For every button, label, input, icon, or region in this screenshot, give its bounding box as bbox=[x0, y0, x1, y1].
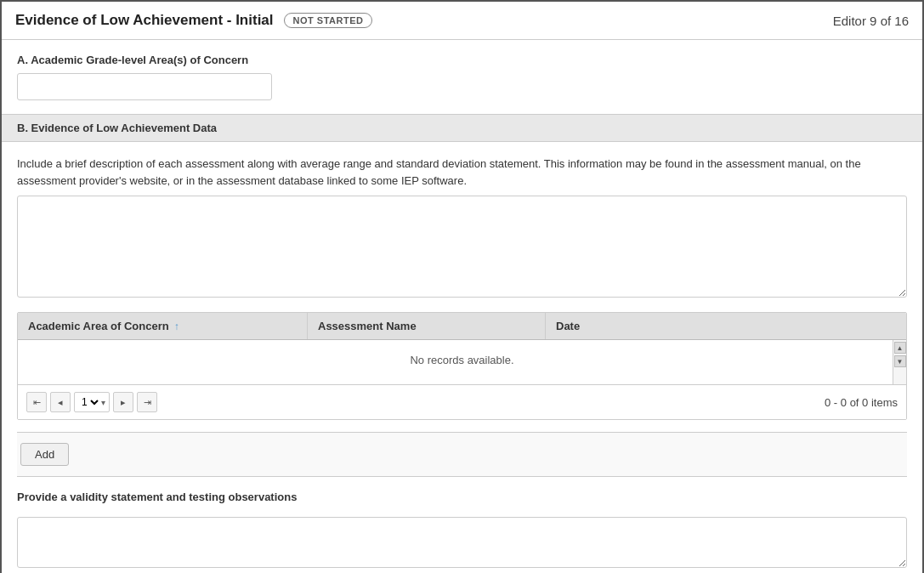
academic-area-input[interactable] bbox=[17, 73, 272, 100]
col-header-assessment: Assessment Name bbox=[307, 313, 545, 339]
scroll-up-btn[interactable]: ▲ bbox=[894, 342, 906, 354]
pagination-bar: ⇤ ◂ 1 ▾ ▸ ⇥ bbox=[18, 384, 906, 419]
next-page-icon: ▸ bbox=[121, 397, 126, 408]
sort-icon[interactable]: ↑ bbox=[174, 321, 179, 332]
col-header-academic: Academic Area of Concern ↑ bbox=[18, 313, 307, 339]
add-button[interactable]: Add bbox=[20, 443, 69, 466]
first-page-icon: ⇤ bbox=[33, 397, 41, 408]
section-b-content: Include a brief description of each asse… bbox=[17, 156, 907, 300]
page-info: 0 - 0 of 0 items bbox=[825, 396, 898, 409]
header: Evidence of Low Achievement - Initial NO… bbox=[2, 2, 922, 40]
header-left: Evidence of Low Achievement - Initial NO… bbox=[15, 12, 372, 29]
last-page-icon: ⇥ bbox=[144, 397, 151, 408]
first-page-btn[interactable]: ⇤ bbox=[26, 392, 47, 412]
scroll-up-icon: ▲ bbox=[897, 344, 904, 352]
page-title: Evidence of Low Achievement - Initial bbox=[15, 12, 274, 29]
main-content: A. Academic Grade-level Area(s) of Conce… bbox=[2, 40, 922, 573]
section-a: A. Academic Grade-level Area(s) of Conce… bbox=[17, 54, 907, 100]
page-select[interactable]: 1 bbox=[78, 395, 101, 409]
table-body: No records available. ▲ ▼ bbox=[18, 340, 906, 384]
data-table: Academic Area of Concern ↑ Assessment Na… bbox=[17, 312, 907, 420]
validity-section: Provide a validity statement and testing… bbox=[17, 491, 907, 570]
section-b-divider: B. Evidence of Low Achievement Data bbox=[2, 114, 922, 142]
prev-page-icon: ◂ bbox=[58, 397, 63, 408]
scroll-down-btn[interactable]: ▼ bbox=[894, 355, 906, 367]
section-b-description: Include a brief description of each asse… bbox=[17, 156, 907, 189]
col-header-date: Date bbox=[545, 313, 906, 339]
evidence-textarea[interactable] bbox=[17, 196, 907, 298]
editor-info: Editor 9 of 16 bbox=[833, 14, 909, 28]
status-badge: NOT STARTED bbox=[284, 13, 373, 28]
page-select-wrapper: 1 ▾ bbox=[74, 392, 110, 412]
no-records-message: No records available. bbox=[18, 340, 906, 380]
scroll-down-icon: ▼ bbox=[897, 358, 904, 366]
last-page-btn[interactable]: ⇥ bbox=[137, 392, 157, 412]
validity-textarea[interactable] bbox=[17, 517, 907, 568]
pagination-controls: ⇤ ◂ 1 ▾ ▸ ⇥ bbox=[26, 392, 157, 412]
table-scrollbar: ▲ ▼ bbox=[893, 340, 906, 384]
table-header: Academic Area of Concern ↑ Assessment Na… bbox=[18, 313, 906, 340]
section-a-label: A. Academic Grade-level Area(s) of Conce… bbox=[17, 54, 907, 66]
add-section: Add bbox=[17, 432, 907, 477]
prev-page-btn[interactable]: ◂ bbox=[50, 392, 71, 412]
page-wrapper: Evidence of Low Achievement - Initial NO… bbox=[0, 0, 924, 573]
next-page-btn[interactable]: ▸ bbox=[113, 392, 133, 412]
dropdown-arrow-icon: ▾ bbox=[101, 398, 105, 407]
validity-label: Provide a validity statement and testing… bbox=[17, 491, 907, 503]
section-b-label: B. Evidence of Low Achievement Data bbox=[17, 122, 217, 134]
